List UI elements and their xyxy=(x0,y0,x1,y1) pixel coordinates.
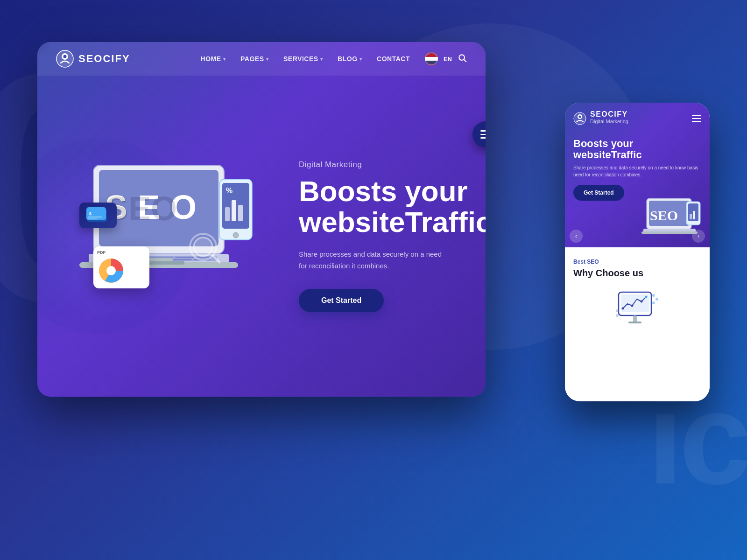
hamburger-line-1 xyxy=(480,130,486,132)
nav-contact[interactable]: CONTACT xyxy=(377,55,410,63)
svg-text:$: $ xyxy=(89,211,92,216)
get-started-button[interactable]: Get Started xyxy=(299,289,384,312)
mobile-logo-text-area: SEOCIFY Digital Marketing xyxy=(590,110,628,127)
laptop-illustration: S E O SEO xyxy=(65,156,261,316)
svg-point-36 xyxy=(106,266,116,275)
language-selector[interactable]: EN xyxy=(444,56,452,63)
nav-services[interactable]: SERVICES ▾ xyxy=(283,55,323,63)
svg-rect-52 xyxy=(690,214,692,219)
svg-rect-61 xyxy=(628,322,641,323)
svg-text:%: % xyxy=(226,187,233,195)
svg-rect-27 xyxy=(225,207,230,221)
mobile-laptop-svg: SEO xyxy=(640,196,705,243)
mobile-get-started-button[interactable]: Get Started xyxy=(573,185,624,201)
monitor-icon xyxy=(616,290,658,327)
search-icon[interactable] xyxy=(458,53,467,65)
hero-title: Boosts your websiteTraffic xyxy=(299,176,486,237)
svg-point-2 xyxy=(63,55,67,58)
hero-title-line2: websiteTraff xyxy=(299,206,468,238)
hero-subtitle: Digital Marketing xyxy=(299,160,486,169)
logo-text: SEOCIFY xyxy=(78,53,130,65)
svg-point-57 xyxy=(631,305,634,307)
svg-rect-40 xyxy=(88,217,102,217)
mobile-mini-illustration: SEO xyxy=(640,196,705,243)
svg-rect-49 xyxy=(641,231,698,234)
mobile-hero-description: Share processes and data securely on a n… xyxy=(573,164,701,178)
svg-point-59 xyxy=(645,296,648,298)
svg-point-63 xyxy=(655,298,658,301)
svg-rect-41 xyxy=(88,218,98,219)
home-chevron: ▾ xyxy=(223,56,226,62)
mobile-navbar: SEOCIFY Digital Marketing xyxy=(565,103,710,134)
svg-line-4 xyxy=(464,59,466,62)
nav-right-area: EN xyxy=(425,52,467,65)
desktop-mockup-card: SEOCIFY HOME ▾ PAGES ▾ SERVICES ▾ BLOG ▾… xyxy=(37,42,486,397)
flag-icon[interactable] xyxy=(425,52,438,65)
hamburger-icon xyxy=(480,130,486,139)
svg-point-58 xyxy=(641,301,643,303)
mobile-hero-section: SEOCIFY Digital Marketing Boosts your we… xyxy=(565,103,710,247)
hero-title-line1: Boosts your xyxy=(299,175,468,207)
desktop-navbar: SEOCIFY HOME ▾ PAGES ▾ SERVICES ▾ BLOG ▾… xyxy=(37,42,486,76)
pdf-card: PDF xyxy=(93,246,149,288)
mobile-best-seo-badge: Best SEO xyxy=(573,259,701,265)
nav-links: HOME ▾ PAGES ▾ SERVICES ▾ BLOG ▾ CONTACT xyxy=(201,55,410,63)
hero-illustration: S E O SEO xyxy=(65,76,289,397)
nav-pages[interactable]: PAGES ▾ xyxy=(240,55,268,63)
hero-title-suffix: ic xyxy=(468,206,486,238)
mobile-choose-title: Why Choose us xyxy=(573,268,701,279)
mobile-menu-line-1 xyxy=(692,115,701,116)
mobile-mockup-card: SEOCIFY Digital Marketing Boosts your we… xyxy=(565,103,710,401)
svg-rect-28 xyxy=(232,200,236,221)
monitor-icon-wrapper xyxy=(573,290,701,327)
mobile-logo[interactable]: SEOCIFY Digital Marketing xyxy=(573,110,628,127)
hamburger-line-2 xyxy=(480,134,486,135)
svg-rect-55 xyxy=(621,294,649,312)
hero-text-area: Digital Marketing Boosts your websiteTra… xyxy=(289,160,486,312)
mobile-white-section: Best SEO Why Choose us xyxy=(565,247,710,401)
slider-prev-button[interactable]: ‹ xyxy=(570,230,583,243)
pie-chart-icon xyxy=(97,257,125,285)
laptop-svg: S E O SEO xyxy=(65,156,261,315)
svg-text:SEO: SEO xyxy=(650,208,678,223)
svg-point-64 xyxy=(652,301,655,304)
logo-icon xyxy=(56,50,74,68)
svg-rect-16 xyxy=(175,257,194,258)
pages-chevron: ▾ xyxy=(266,56,269,62)
mobile-logo-text: SEOCIFY xyxy=(590,110,628,119)
services-chevron: ▾ xyxy=(320,56,323,62)
mobile-menu-line-3 xyxy=(692,121,701,122)
blog-chevron: ▾ xyxy=(359,56,362,62)
mobile-logo-icon xyxy=(573,112,586,125)
svg-point-33 xyxy=(194,238,212,256)
desktop-logo[interactable]: SEOCIFY xyxy=(56,50,130,68)
desktop-hero: S E O SEO xyxy=(37,76,486,397)
mobile-title-line2: websiteTraffic xyxy=(573,149,642,161)
svg-point-56 xyxy=(622,308,624,310)
svg-point-31 xyxy=(233,232,239,238)
hero-description: Share processes and data securely on a n… xyxy=(299,248,448,272)
mobile-hero-title: Boosts your websiteTraffic xyxy=(573,138,701,161)
mobile-menu-line-2 xyxy=(692,118,701,119)
money-icon: $ xyxy=(86,207,110,224)
svg-rect-53 xyxy=(693,211,695,219)
mobile-hamburger-icon[interactable] xyxy=(692,115,701,122)
mobile-title-line1: Boosts your xyxy=(573,138,633,149)
nav-blog[interactable]: BLOG ▾ xyxy=(338,55,362,63)
svg-point-66 xyxy=(616,314,619,317)
money-card: $ xyxy=(79,203,117,228)
svg-rect-29 xyxy=(238,205,243,221)
mobile-nav-subtitle: Digital Marketing xyxy=(590,119,628,124)
svg-point-44 xyxy=(579,116,581,118)
pdf-label: PDF xyxy=(97,250,146,255)
svg-rect-60 xyxy=(633,315,637,322)
svg-point-62 xyxy=(652,294,655,297)
nav-home[interactable]: HOME ▾ xyxy=(201,55,226,63)
hamburger-line-3 xyxy=(480,137,486,139)
